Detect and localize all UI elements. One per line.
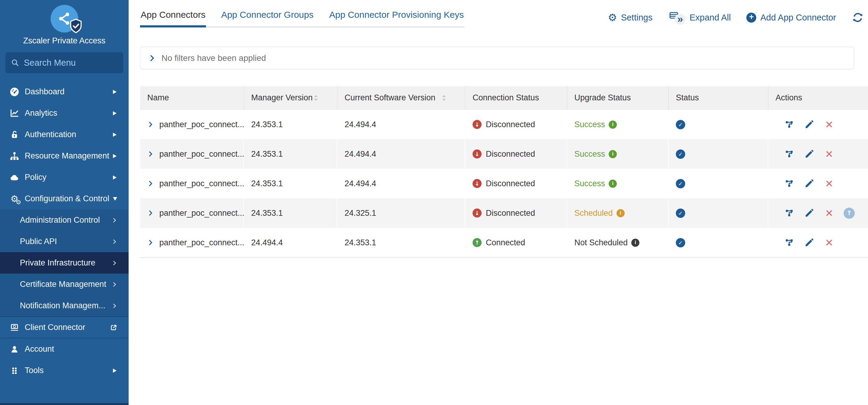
sidebar-item-authentication[interactable]: Authentication xyxy=(0,124,129,145)
sidebar-item-tools[interactable]: Tools xyxy=(0,360,129,381)
connector-group-icon[interactable] xyxy=(784,120,795,129)
chevron-right-icon xyxy=(113,90,117,94)
sidebar-item-policy[interactable]: Policy xyxy=(0,167,129,188)
connector-group-icon[interactable] xyxy=(784,179,795,189)
column-header-name[interactable]: Name xyxy=(140,86,244,109)
manager-version: 24.353.1 xyxy=(244,110,337,139)
chevron-down-icon xyxy=(113,197,117,201)
sidebar-subitem-notification-management[interactable]: Notification Managem... xyxy=(0,295,129,316)
disconnected-icon: ↓ xyxy=(472,208,482,218)
status-enabled-icon: ✓ xyxy=(676,179,685,189)
expand-all-button[interactable]: » Expand All xyxy=(668,11,731,24)
sidebar-subitem-label: Private Infrastructure xyxy=(20,258,95,268)
laptop-icon xyxy=(8,322,21,333)
chevron-right-icon xyxy=(111,238,118,245)
filter-status-text: No filters have been applied xyxy=(161,53,266,63)
sidebar-subitem-administration-control[interactable]: Administration Control xyxy=(0,209,129,231)
connector-group-icon[interactable] xyxy=(784,208,795,218)
status-enabled-icon: ✓ xyxy=(676,149,685,159)
column-header-actions: Actions xyxy=(768,86,868,109)
manager-version: 24.353.1 xyxy=(244,198,337,228)
sidebar-item-resource-management[interactable]: Resource Management xyxy=(0,145,129,167)
chevron-right-icon xyxy=(111,302,118,309)
table-header-row: Name Manager Version Current Software Ve… xyxy=(140,86,868,110)
chevron-right-icon xyxy=(113,369,117,373)
expand-row-icon[interactable] xyxy=(147,239,154,246)
search-menu-input[interactable]: Search Menu xyxy=(5,52,123,73)
connector-group-icon[interactable] xyxy=(784,149,795,159)
edit-icon[interactable] xyxy=(804,179,815,189)
manager-version: 24.494.4 xyxy=(244,228,337,257)
delete-icon[interactable] xyxy=(824,120,835,128)
configuration-submenu: Administration Control Public API Privat… xyxy=(0,209,129,317)
connection-status: Disconnected xyxy=(486,149,535,159)
shield-check-icon xyxy=(69,19,83,34)
expand-row-icon[interactable] xyxy=(147,210,154,216)
sidebar-item-label: Dashboard xyxy=(25,87,64,96)
cloud-icon xyxy=(8,172,21,183)
delete-icon[interactable] xyxy=(824,239,835,247)
info-icon[interactable]: i xyxy=(609,180,617,188)
connector-name: panther_poc_connect... xyxy=(159,208,244,218)
gear-icon: ⚙ xyxy=(608,12,617,23)
edit-icon[interactable] xyxy=(804,149,815,159)
add-app-connector-button[interactable]: + Add App Connector xyxy=(746,13,836,23)
chevron-right-icon xyxy=(111,281,118,288)
column-header-status[interactable]: Status xyxy=(669,86,768,109)
info-icon[interactable]: i xyxy=(631,239,640,247)
sidebar-item-label: Authentication xyxy=(25,130,76,139)
sidebar-subitem-certificate-management[interactable]: Certificate Management xyxy=(0,273,129,295)
column-header-current-software-version[interactable]: Current Software Version xyxy=(337,86,465,109)
expand-row-icon[interactable] xyxy=(147,121,154,128)
info-icon[interactable]: i xyxy=(617,209,625,217)
settings-button[interactable]: ⚙ Settings xyxy=(608,12,652,23)
info-icon[interactable]: i xyxy=(609,150,617,158)
table-row: panther_poc_connect... 24.353.1 24.494.4… xyxy=(140,110,868,139)
chevron-right-icon xyxy=(111,217,118,224)
app-title: Zscaler Private Access xyxy=(0,36,129,46)
delete-icon[interactable] xyxy=(824,180,835,187)
sidebar-item-configuration-control[interactable]: ⚙ ⚙ Configuration & Control xyxy=(0,188,129,209)
sidebar-subitem-private-infrastructure[interactable]: Private Infrastructure xyxy=(0,252,129,273)
logo-block: Zscaler Private Access xyxy=(0,0,129,46)
edit-icon[interactable] xyxy=(804,238,815,248)
expand-row-icon[interactable] xyxy=(147,180,154,187)
sort-icon[interactable] xyxy=(313,94,319,102)
info-icon[interactable]: i xyxy=(609,120,617,129)
sitemap-icon xyxy=(8,151,21,161)
page-header: App Connectors App Connector Groups App … xyxy=(140,7,868,27)
sidebar-item-label: Configuration & Control xyxy=(25,194,109,203)
table-row: panther_poc_connect... 24.353.1 24.494.4… xyxy=(140,169,868,198)
gears-icon: ⚙ ⚙ xyxy=(8,194,21,203)
column-header-upgrade-status[interactable]: Upgrade Status xyxy=(567,86,669,109)
filter-bar[interactable]: No filters have been applied xyxy=(140,47,854,69)
tab-app-connectors[interactable]: App Connectors xyxy=(140,7,206,27)
edit-icon[interactable] xyxy=(804,120,815,129)
connector-name: panther_poc_connect... xyxy=(159,149,244,159)
sidebar-item-label: Client Connector xyxy=(25,323,85,332)
table-row: panther_poc_connect... 24.353.1 24.494.4… xyxy=(140,139,868,169)
sidebar-item-label: Policy xyxy=(25,173,46,182)
delete-icon[interactable] xyxy=(824,209,835,217)
sort-icon[interactable] xyxy=(441,94,447,102)
sidebar-item-client-connector[interactable]: Client Connector xyxy=(0,317,129,339)
edit-icon[interactable] xyxy=(804,208,815,218)
upgrade-now-icon[interactable]: ↑ xyxy=(844,208,855,219)
tab-app-connector-groups[interactable]: App Connector Groups xyxy=(220,7,314,27)
sidebar-item-account[interactable]: Account xyxy=(0,339,129,360)
column-header-manager-version[interactable]: Manager Version xyxy=(244,86,337,109)
expand-row-icon[interactable] xyxy=(147,151,154,157)
connector-group-icon[interactable] xyxy=(784,238,795,248)
chevron-right-icon xyxy=(113,175,117,180)
column-header-connection-status[interactable]: Connection Status xyxy=(465,86,567,109)
delete-icon[interactable] xyxy=(824,150,835,158)
tab-app-connector-provisioning-keys[interactable]: App Connector Provisioning Keys xyxy=(329,7,464,27)
manager-version: 24.353.1 xyxy=(244,139,337,169)
app-connectors-table: Name Manager Version Current Software Ve… xyxy=(140,86,868,258)
connector-name: panther_poc_connect... xyxy=(159,238,244,248)
sidebar-item-dashboard[interactable]: Dashboard xyxy=(0,81,129,103)
sidebar-subitem-public-api[interactable]: Public API xyxy=(0,231,129,252)
sidebar-item-analytics[interactable]: Analytics xyxy=(0,103,129,124)
refresh-button[interactable] xyxy=(852,11,864,24)
gauge-icon xyxy=(8,87,21,97)
